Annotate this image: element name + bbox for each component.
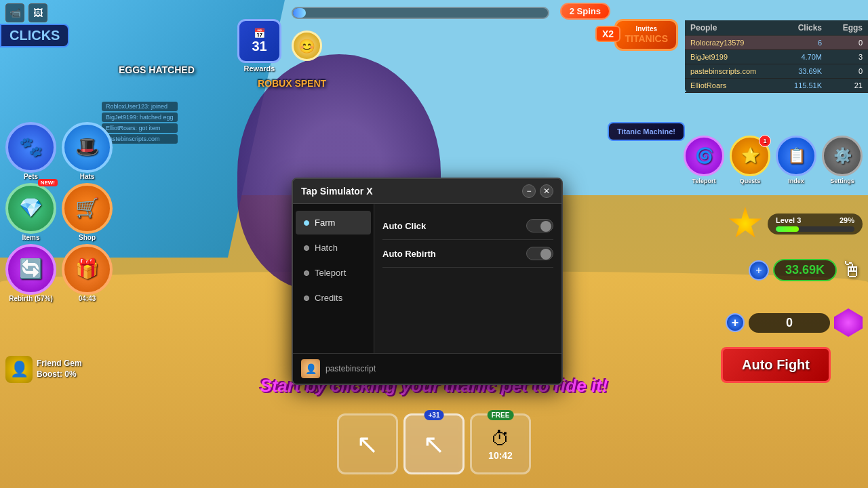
coins-display: + 33.69K 🖱 <box>749 258 863 283</box>
auto-rebirth-toggle[interactable] <box>526 247 553 260</box>
invites-line1: Invites <box>625 25 668 33</box>
avatar-button[interactable]: 😊 <box>292 30 322 61</box>
coin-plus-icon[interactable]: + <box>749 260 769 281</box>
rewards-button[interactable]: 📅 31 Rewards <box>237 19 281 73</box>
modal-username: pastebinscript <box>326 364 376 373</box>
settings-label: Settings <box>830 178 854 184</box>
nav-label-hatch: Hatch <box>315 243 338 253</box>
level-bar-container: Level 3 29% <box>728 207 863 241</box>
modal-footer: 👤 pastebinscript <box>293 353 561 384</box>
modal-nav-hatch[interactable]: Hatch <box>296 236 371 260</box>
hats-icon: 🎩 <box>75 136 99 158</box>
modal-body: Farm Hatch Teleport Credits Auto Click <box>293 204 561 353</box>
items-icon: 💎 <box>19 197 43 219</box>
robux-spent-label: ROBUX SPENT <box>258 78 326 89</box>
cursor-arrow-icon: 🖱 <box>841 258 863 283</box>
settings-button[interactable]: ⚙️ <box>822 136 863 176</box>
invites-inner: Invites TITANICS <box>614 19 678 51</box>
modal-nav-credits[interactable]: Credits <box>296 286 371 310</box>
modal-nav-teleport[interactable]: Teleport <box>296 261 371 285</box>
lb-eggs-3: 0 <box>822 67 863 75</box>
invites-line2: TITANICS <box>625 33 668 45</box>
quests-label: Quests <box>740 178 761 184</box>
shop-icon: 🛒 <box>75 197 99 219</box>
nav-label-credits: Credits <box>315 293 342 303</box>
rebirth-icon: 🔄 <box>19 258 43 280</box>
bottom-btn-2[interactable]: +31 ↖ <box>403 413 465 474</box>
notif-item: pastebinscripts.com <box>102 134 178 144</box>
quests-button[interactable]: ⭐ 1 <box>730 136 770 176</box>
sidebar-row-2: 💎 NEW! Items 🛒 Shop <box>5 183 113 241</box>
spins-button[interactable]: 2 Spins <box>560 3 610 20</box>
index-toolbar-item: 📋 Index <box>776 136 816 184</box>
lb-header-clicks: Clicks <box>781 23 822 33</box>
gem-icon <box>834 308 863 337</box>
modal-nav-farm[interactable]: Farm <box>296 211 371 235</box>
modal-controls: − ✕ <box>522 184 553 198</box>
cursor-icon-2: ↖ <box>422 428 446 460</box>
lb-name-4: ElliotRoars <box>690 81 781 89</box>
top-progress-bar <box>292 7 549 19</box>
titanic-notif-text: Titanic Machine! <box>617 127 675 136</box>
level-info-box: Level 3 29% <box>768 214 863 235</box>
timer-button[interactable]: 🎁 <box>62 244 113 295</box>
lb-row-2: BigJet9199 4.70M 3 <box>685 50 868 64</box>
notif-item: RobloxUser123: joined <box>102 102 178 111</box>
auto-click-toggle[interactable] <box>526 219 553 232</box>
timer-label: 04:43 <box>79 295 96 302</box>
index-label: Index <box>788 178 804 184</box>
modal-titlebar: Tap Simulator X − ✕ <box>293 179 561 204</box>
rebirth-button[interactable]: 🔄 <box>5 244 56 295</box>
settings-toolbar-item: ⚙️ Settings <box>822 136 863 184</box>
btn3-timer: 10:42 <box>488 450 513 461</box>
pets-button[interactable]: 🐾 <box>5 122 56 173</box>
clicks-label: CLICKS <box>9 28 60 43</box>
shop-button[interactable]: 🛒 <box>62 183 113 234</box>
hats-button[interactable]: 🎩 <box>62 122 113 173</box>
index-button[interactable]: 📋 <box>776 136 816 176</box>
notif-item: BigJet9199: hatched egg <box>102 113 178 122</box>
timer-icon: 🎁 <box>75 258 99 280</box>
clicks-counter: CLICKS <box>0 24 69 47</box>
teleport-toolbar-item: 🌀 Teleport <box>684 136 724 184</box>
top-icons-bar: 📹 🖼 <box>5 3 47 22</box>
lb-row-1: Rolocrazy13579 6 0 <box>685 36 868 50</box>
rewards-label: Rewards <box>244 64 275 73</box>
lb-eggs-1: 0 <box>822 39 863 47</box>
quests-toolbar-item: ⭐ 1 Quests <box>730 136 770 184</box>
items-button[interactable]: 💎 <box>5 183 56 234</box>
teleport-button[interactable]: 🌀 <box>684 136 724 176</box>
modal-close-button[interactable]: ✕ <box>540 184 553 198</box>
btn3-badge: FREE <box>488 410 514 420</box>
bottom-btn-3[interactable]: FREE ⏱ 10:42 <box>470 413 531 474</box>
sidebar-row-3: 🔄 Rebirth (57%) 🎁 04:43 <box>5 244 113 302</box>
modal-nav: Farm Hatch Teleport Credits <box>293 204 374 353</box>
record-icon[interactable]: 📹 <box>5 3 24 22</box>
bottom-action-bar: ↖ +31 ↖ FREE ⏱ 10:42 <box>337 413 531 474</box>
rewards-calendar-icon: 📅 31 <box>237 19 281 63</box>
modal-title: Tap Simulator X <box>301 186 373 197</box>
nav-dot-hatch <box>304 245 309 251</box>
level-progress-bar <box>776 226 854 232</box>
lb-clicks-4: 115.51K <box>781 81 822 89</box>
shop-label: Shop <box>79 234 96 241</box>
modal-user-avatar: 👤 <box>301 359 320 378</box>
screenshot-icon[interactable]: 🖼 <box>28 3 47 22</box>
leaderboard-header: People Clicks Eggs <box>685 20 868 36</box>
timer-icon-bottom: ⏱ <box>491 428 510 450</box>
items-sidebar-item: 💎 NEW! Items <box>5 183 56 241</box>
script-modal: Tap Simulator X − ✕ Farm Hatch Teleport <box>292 178 563 385</box>
modal-minimize-button[interactable]: − <box>522 184 536 198</box>
gem-plus-button[interactable]: + <box>726 313 745 332</box>
pets-sidebar-item: 🐾 Pets <box>5 122 56 180</box>
items-new-badge: NEW! <box>38 179 58 186</box>
teleport-label: Teleport <box>692 178 716 184</box>
top-progress-fill <box>293 8 306 18</box>
bottom-btn-1[interactable]: ↖ <box>337 413 398 474</box>
auto-fight-button[interactable]: Auto Fight <box>721 347 831 383</box>
gem-display: + 0 <box>726 308 863 337</box>
invites-button[interactable]: Invites TITANICS <box>614 19 678 51</box>
lb-clicks-3: 33.69K <box>781 67 822 75</box>
nav-dot-farm <box>304 220 309 226</box>
notification-list: RobloxUser123: joined BigJet9199: hatche… <box>102 102 178 145</box>
